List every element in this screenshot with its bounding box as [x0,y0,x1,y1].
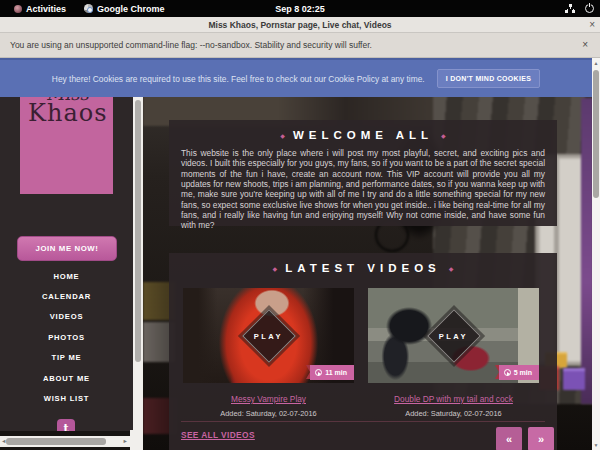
sidebar-menu: HOME CALENDAR VIDEOS PHOTOS TIP ME ABOUT… [0,266,133,409]
duration-badge: 5 min [499,365,539,380]
diamond-bullet-icon: ◆ [449,265,454,272]
video-title-link[interactable]: Messy Vampire Play [231,394,306,404]
window-title-bar: Miss Khaos, Pornstar page, Live chat, Vi… [0,17,600,33]
latest-videos-title: LATEST VIDEOS [285,262,441,274]
video-thumbnail[interactable]: PLAY 5 min [368,288,539,383]
video-added-date: Added: Saturday, 02-07-2016 [368,409,539,418]
see-all-videos-link[interactable]: SEE ALL VIDEOS [181,430,255,440]
background-gift-purple [563,368,585,390]
scroll-down-icon[interactable]: ▼ [592,442,600,448]
scrollbar-corner [130,430,142,450]
page-viewport: ◆ WELCOME ALL ◆ This website is the only… [0,58,600,450]
play-label: PLAY [439,331,468,340]
sidebar-item-home[interactable]: HOME [0,266,133,286]
latest-videos-section: ◆ LATEST VIDEOS ◆ PLAY 11 min [169,253,557,450]
infobar-message: You are using an unsupported command-lin… [0,40,372,50]
sidebar-item-about-me[interactable]: ABOUT ME [0,368,133,388]
sidebar: Miss Khaos JOIN ME NOW! HOME CALENDAR VI… [0,58,133,431]
activities-indicator-icon [14,5,22,13]
activities-button[interactable]: Activities [8,4,72,14]
gnome-top-bar: Activities Google Chrome Sep 8 02:25 [0,0,600,17]
play-circle-icon [504,369,511,376]
sidebar-vertical-scrollbar[interactable]: ▼ [133,58,142,450]
play-label: PLAY [254,331,283,340]
twitter-icon[interactable]: t [57,419,75,431]
join-me-now-button[interactable]: JOIN ME NOW! [17,236,117,261]
video-title-link[interactable]: Double DP with my tail and cock [394,394,513,404]
play-circle-icon [315,369,322,376]
scrollbar-thumb[interactable] [6,438,106,445]
cookie-accept-button[interactable]: I DON'T MIND COOKIES [437,69,540,88]
cookie-consent-bar: Hey there! Cookies are required to use t… [0,58,592,97]
network-icon[interactable] [565,4,575,13]
screen: Activities Google Chrome Sep 8 02:25 Mis… [0,0,600,450]
scroll-up-icon[interactable]: ▲ [592,60,600,66]
welcome-text: This website is the only place where i w… [181,148,545,231]
sidebar-item-videos[interactable]: VIDEOS [0,307,133,327]
app-menu-button[interactable]: Google Chrome [78,4,171,14]
clock[interactable]: Sep 8 02:25 [275,0,325,17]
scrollbar-thumb[interactable] [593,70,599,198]
welcome-section: ◆ WELCOME ALL ◆ This website is the only… [169,120,557,226]
sidebar-item-tip-me[interactable]: TIP ME [0,348,133,368]
sidebar-horizontal-scrollbar[interactable]: ◄ ► [0,436,130,447]
video-thumbnail[interactable]: PLAY 11 min [183,288,354,383]
window-title: Miss Khaos, Pornstar page, Live chat, Vi… [208,20,391,30]
diamond-bullet-icon: ◆ [273,265,278,272]
main-content-frame: ◆ WELCOME ALL ◆ This website is the only… [142,58,592,450]
video-added-date: Added: Saturday, 02-07-2016 [183,409,354,418]
logo-khaos-text: Khaos [28,99,107,127]
duration-label: 5 min [514,369,532,376]
sidebar-item-wish-list[interactable]: WISH LIST [0,388,133,408]
video-card: PLAY 11 min Messy Vampire Play Added: Sa… [183,288,354,418]
sidebar-item-calendar[interactable]: CALENDAR [0,286,133,306]
power-icon[interactable] [585,4,594,13]
site-logo[interactable]: Miss Khaos [20,97,113,194]
welcome-title: WELCOME ALL [293,129,433,141]
main-vertical-scrollbar[interactable]: ▲ ▼ [592,58,600,450]
duration-label: 11 min [325,369,347,376]
play-button[interactable]: PLAY [427,309,481,363]
app-menu-label: Google Chrome [97,4,165,14]
play-button[interactable]: PLAY [242,309,296,363]
activities-label: Activities [26,4,66,14]
infobar-close-icon[interactable]: × [582,39,588,51]
diamond-bullet-icon: ◆ [441,132,446,139]
background-purple-glow [581,98,592,404]
chrome-icon [84,4,93,13]
cookie-message: Hey there! Cookies are required to use t… [52,74,425,84]
divider [181,421,545,422]
window-close-icon[interactable]: × [589,19,595,31]
pagination-prev-button[interactable]: « [496,427,522,450]
duration-badge: 11 min [310,365,354,380]
scrollbar-thumb[interactable] [135,100,141,362]
diamond-bullet-icon: ◆ [280,132,285,139]
pagination-next-button[interactable]: » [528,427,554,450]
sidebar-item-photos[interactable]: PHOTOS [0,327,133,347]
scroll-right-icon[interactable]: ► [123,438,128,444]
chrome-infobar: You are using an unsupported command-lin… [0,33,600,58]
video-card: PLAY 5 min Double DP with my tail and co… [368,288,539,418]
